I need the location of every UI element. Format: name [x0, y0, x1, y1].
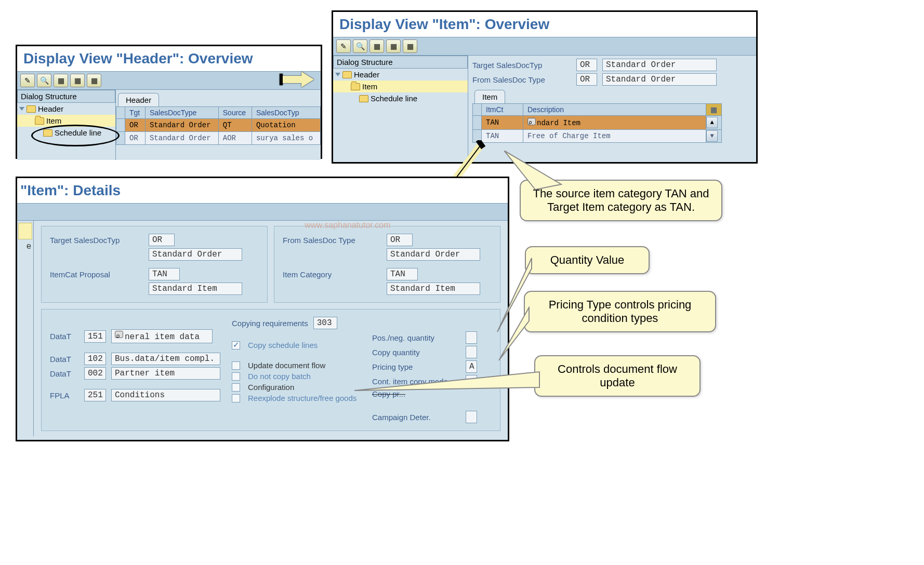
itemcat-proposal-field[interactable]: TAN [149, 268, 180, 280]
tree-label: Header [38, 104, 63, 113]
datat-151-field[interactable]: 151 [84, 330, 106, 343]
toolbar-button[interactable]: ▦ [54, 74, 68, 87]
toolbar-button[interactable]: ✎ [20, 74, 35, 87]
col-src[interactable]: Source [218, 107, 252, 119]
grid-row[interactable]: TAN Free of Charge Item ▼ [473, 130, 722, 143]
datat-151-desc: ⌕neral item data [111, 329, 213, 343]
search-help-icon[interactable]: ⌕ [115, 331, 123, 338]
watermark: www.saphanatutor.com [305, 221, 390, 230]
tree-node-header[interactable]: Header [17, 103, 115, 115]
chevron-down-icon [19, 107, 24, 111]
svg-marker-6 [499, 307, 529, 360]
tree-node-item[interactable]: Item [333, 80, 468, 92]
callout-docflow: Controls document flow update [534, 355, 701, 397]
toolbar-button[interactable]: ▦ [70, 74, 85, 87]
folder-icon [27, 105, 36, 113]
fpla-desc: Conditions [111, 389, 220, 401]
toolbar-blank [17, 203, 508, 221]
svg-marker-7 [354, 372, 539, 391]
checkbox-checked-icon [232, 341, 240, 349]
target-salesdoc-field[interactable]: OR [576, 59, 597, 71]
item-overview-window: Display View "Item": Overview ✎ 🔍 ▦ ▦ ▦ … [332, 10, 758, 164]
toolbar: ✎ 🔍 ▦ ▦ ▦ [333, 37, 756, 56]
col-tgt[interactable]: Tgt [125, 107, 146, 119]
grid-row[interactable]: OR Standard Order QT Quotation [116, 119, 321, 132]
window-title: "Item": Details [17, 178, 508, 203]
from-salesdoc-label: From SalesDoc Type [472, 75, 571, 84]
tab-item[interactable]: Item [474, 90, 505, 103]
copy-qty-field[interactable] [466, 346, 477, 358]
checkbox-icon [232, 394, 240, 402]
folder-icon [342, 71, 352, 78]
toolbar-button[interactable]: ▦ [403, 39, 417, 53]
itemcat-proposal-desc: Standard Item [149, 282, 242, 295]
col-desc[interactable]: Description [523, 104, 706, 116]
toolbar-button[interactable]: 🔍 [353, 39, 367, 53]
tree-label: Schedule line [371, 94, 417, 103]
from-salesdoc-label: From SalesDoc Type [283, 236, 381, 245]
col-sdt2[interactable]: SalesDocTyp [252, 107, 320, 119]
search-help-icon[interactable]: ⌕ [527, 118, 536, 125]
tab-header[interactable]: Header [118, 93, 159, 106]
tree-header: Dialog Structure [333, 56, 468, 69]
reexplode-checkbox[interactable]: Reexplode structure/free goods [232, 393, 367, 403]
posneg-qty-field[interactable] [466, 331, 477, 344]
arrow-icon [283, 72, 314, 87]
datat-label: DataT [50, 332, 79, 341]
update-doc-flow-checkbox[interactable]: Update document flow [232, 360, 367, 371]
checkbox-icon [232, 383, 240, 392]
datat-label: DataT [50, 355, 79, 364]
tree-node-schedule[interactable]: Schedule line [333, 92, 468, 104]
toolbar-button[interactable]: ✎ [336, 39, 351, 53]
header-grid: Tgt SalesDocType Source SalesDocTyp OR S… [116, 106, 321, 145]
item-grid: ItmCt Description ▦ TAN ⌕ndard Item ▲ TA… [472, 103, 722, 143]
tree-label: Item [46, 116, 61, 125]
item-category-field[interactable]: TAN [387, 268, 418, 280]
callout-quantity: Quantity Value [525, 246, 650, 274]
datat-002-desc: Partner item [111, 367, 220, 380]
checkbox-icon [232, 372, 240, 381]
folder-open-icon [351, 83, 360, 90]
copy-schedule-lines-checkbox[interactable]: Copy schedule lines [232, 340, 367, 351]
campaign-deter-field[interactable] [466, 411, 477, 423]
datat-102-field[interactable]: 102 [84, 353, 106, 365]
col-itmct[interactable]: ItmCt [482, 104, 523, 116]
target-salesdoc-desc: Standard Order [602, 59, 717, 71]
datat-102-desc: Bus.data/item compl. [111, 353, 220, 365]
callout-pointer [498, 306, 531, 364]
tree-node-selected[interactable] [18, 223, 32, 239]
target-salesdoc-desc: Standard Order [149, 248, 242, 261]
folder-icon [359, 95, 368, 102]
window-title: Display View "Item": Overview [333, 12, 756, 37]
configuration-checkbox[interactable]: Configuration [232, 382, 367, 393]
grid-row[interactable]: TAN ⌕ndard Item ▲ [473, 116, 722, 130]
from-salesdoc-field[interactable]: OR [576, 73, 597, 86]
item-category-desc: Standard Item [387, 282, 480, 295]
toolbar-button[interactable]: ▦ [87, 74, 101, 87]
copyreq-label: Copying requirements [232, 319, 308, 328]
toolbar-button[interactable]: ▦ [369, 39, 384, 53]
from-panel: From SalesDoc Type OR Standard Order Ite… [274, 226, 500, 303]
copyreq-field[interactable]: 303 [313, 317, 337, 329]
toolbar-button[interactable]: ▦ [386, 39, 401, 53]
target-salesdoc-field[interactable]: OR [149, 234, 175, 246]
datat-label: DataT [50, 369, 79, 378]
item-details-window: "Item": Details e Target SalesDocTyp OR … [16, 177, 509, 441]
from-salesdoc-field[interactable]: OR [387, 234, 413, 246]
col-sdt[interactable]: SalesDocType [145, 107, 218, 119]
donot-copy-batch-checkbox[interactable]: Do not copy batch [232, 371, 367, 382]
scroll-down-button[interactable]: ▼ [706, 130, 718, 142]
fpla-label: FPLA [50, 391, 79, 400]
toolbar-button[interactable]: 🔍 [37, 74, 51, 87]
datat-002-field[interactable]: 002 [84, 367, 106, 380]
checkbox-icon [232, 361, 240, 370]
callout-pointer [353, 370, 540, 396]
column-selector-icon[interactable]: ▦ [706, 104, 722, 116]
fpla-field[interactable]: 251 [84, 389, 106, 401]
tree-node-header[interactable]: Header [333, 69, 468, 80]
toolbar: ✎ 🔍 ▦ ▦ ▦ [17, 71, 321, 90]
grid-row[interactable]: OR Standard Order AOR surya sales o [116, 132, 321, 145]
tree-label: Header [354, 70, 379, 79]
scroll-up-button[interactable]: ▲ [706, 117, 718, 128]
copy-qty-label: Copy quantity [372, 348, 460, 357]
